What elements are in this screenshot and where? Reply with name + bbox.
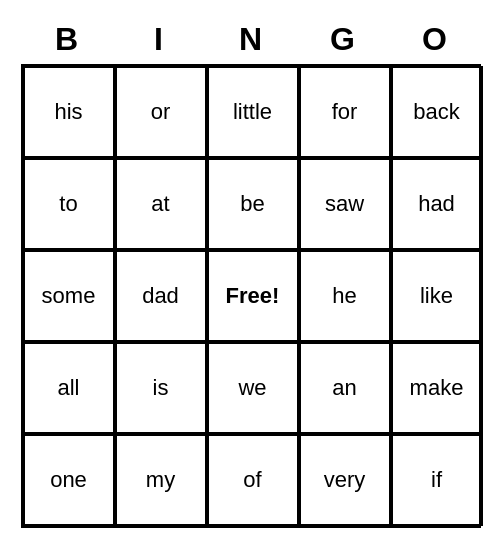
- header-letter: B: [21, 17, 113, 62]
- bingo-cell-r4-c3: very: [299, 434, 391, 526]
- bingo-cell-r0-c3: for: [299, 66, 391, 158]
- bingo-header: BINGO: [21, 17, 481, 62]
- bingo-cell-r0-c1: or: [115, 66, 207, 158]
- header-letter: G: [297, 17, 389, 62]
- header-letter: O: [389, 17, 481, 62]
- bingo-cell-r1-c2: be: [207, 158, 299, 250]
- bingo-grid: hisorlittleforbacktoatbesawhadsomedadFre…: [21, 64, 481, 528]
- header-letter: I: [113, 17, 205, 62]
- header-letter: N: [205, 17, 297, 62]
- bingo-cell-r2-c3: he: [299, 250, 391, 342]
- bingo-cell-r4-c4: if: [391, 434, 483, 526]
- bingo-cell-r3-c2: we: [207, 342, 299, 434]
- bingo-cell-r4-c0: one: [23, 434, 115, 526]
- bingo-cell-r2-c0: some: [23, 250, 115, 342]
- bingo-cell-r1-c1: at: [115, 158, 207, 250]
- bingo-cell-r2-c2: Free!: [207, 250, 299, 342]
- bingo-cell-r3-c0: all: [23, 342, 115, 434]
- bingo-cell-r0-c4: back: [391, 66, 483, 158]
- bingo-cell-r1-c0: to: [23, 158, 115, 250]
- bingo-cell-r1-c3: saw: [299, 158, 391, 250]
- bingo-card: BINGO hisorlittleforbacktoatbesawhadsome…: [21, 17, 481, 528]
- bingo-cell-r4-c1: my: [115, 434, 207, 526]
- bingo-cell-r2-c4: like: [391, 250, 483, 342]
- bingo-cell-r0-c0: his: [23, 66, 115, 158]
- bingo-cell-r3-c1: is: [115, 342, 207, 434]
- bingo-cell-r1-c4: had: [391, 158, 483, 250]
- bingo-cell-r3-c4: make: [391, 342, 483, 434]
- bingo-cell-r4-c2: of: [207, 434, 299, 526]
- bingo-cell-r0-c2: little: [207, 66, 299, 158]
- bingo-cell-r3-c3: an: [299, 342, 391, 434]
- bingo-cell-r2-c1: dad: [115, 250, 207, 342]
